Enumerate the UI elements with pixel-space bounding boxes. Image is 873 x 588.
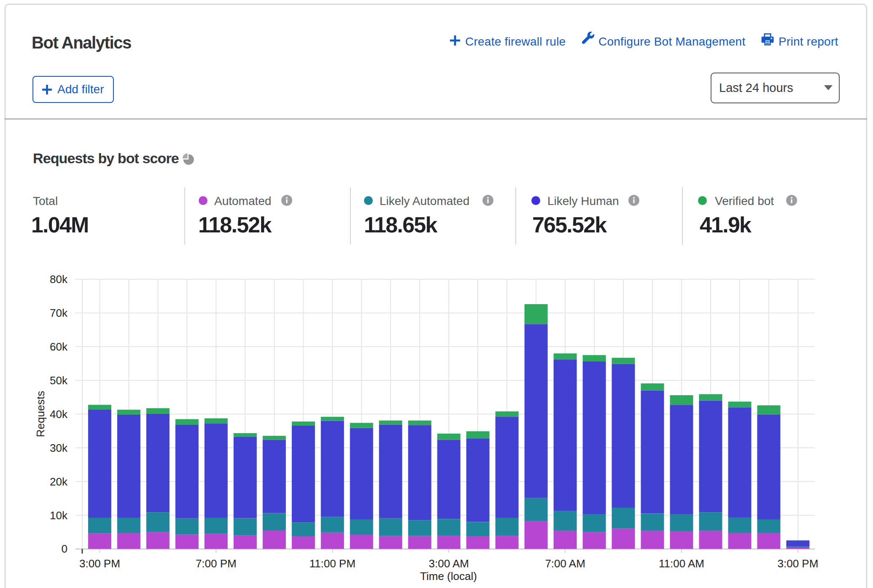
svg-text:30k: 30k	[50, 442, 68, 454]
svg-text:40k: 40k	[50, 408, 68, 421]
svg-text:3:00 PM: 3:00 PM	[777, 557, 818, 570]
svg-text:11:00 PM: 11:00 PM	[310, 557, 356, 570]
svg-text:7:00 PM: 7:00 PM	[196, 557, 237, 570]
svg-text:Time (local): Time (local)	[420, 570, 477, 583]
svg-text:3:00 PM: 3:00 PM	[79, 557, 120, 570]
svg-text:50k: 50k	[50, 374, 68, 387]
svg-text:3:00 AM: 3:00 AM	[428, 557, 469, 570]
svg-text:0: 0	[62, 542, 67, 555]
svg-text:60k: 60k	[50, 340, 68, 353]
svg-text:80k: 80k	[50, 273, 68, 286]
svg-text:Requests: Requests	[34, 391, 47, 437]
svg-text:10k: 10k	[50, 509, 68, 522]
svg-text:11:00 AM: 11:00 AM	[659, 557, 704, 570]
svg-text:7:00 AM: 7:00 AM	[545, 557, 585, 570]
svg-text:20k: 20k	[50, 475, 68, 488]
svg-text:70k: 70k	[50, 307, 68, 319]
